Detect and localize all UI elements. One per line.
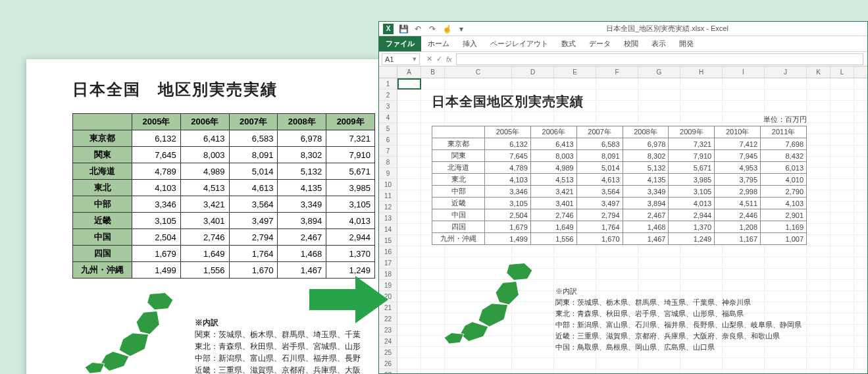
col-header[interactable]: C — [445, 67, 512, 78]
row-header[interactable]: 17 — [379, 257, 397, 269]
formula-input[interactable] — [456, 53, 863, 65]
region-cell: 中部 — [432, 186, 485, 198]
value-cell: 7,910 — [669, 150, 715, 162]
value-cell: 2,998 — [715, 186, 761, 198]
value-cell: 7,645 — [132, 147, 181, 163]
value-cell: 1,499 — [132, 262, 181, 279]
row-header[interactable]: 13 — [379, 213, 397, 224]
breakdown-line: 近畿：三重県、滋賀県、京都府、兵庫県、大阪 — [195, 364, 361, 374]
right-breakdown: ※内訳 関東：茨城県、栃木県、群馬県、埼玉県、千葉県、神奈川県東北：青森県、秋田… — [555, 286, 802, 353]
cancel-icon[interactable]: ✕ — [426, 55, 432, 63]
row-header[interactable]: 1 — [379, 78, 397, 90]
row-header[interactable]: 5 — [379, 123, 397, 134]
qat-dropdown-icon[interactable]: ▾ — [457, 24, 466, 34]
row-header[interactable]: 14 — [379, 224, 397, 235]
ribbon-tab-0[interactable]: ファイル — [379, 36, 421, 51]
value-cell: 1,670 — [576, 233, 623, 245]
region-cell: 九州・沖縄 — [432, 233, 485, 245]
ribbon-tab-8[interactable]: 開発 — [673, 36, 700, 51]
value-cell: 8,003 — [530, 150, 576, 162]
ribbon-tab-7[interactable]: 表示 — [645, 36, 673, 51]
value-cell: 3,795 — [715, 174, 761, 186]
value-cell: 8,003 — [180, 147, 229, 163]
row-header[interactable]: 6 — [379, 134, 397, 146]
chevron-down-icon[interactable]: ▾ — [413, 55, 417, 63]
value-cell: 4,103 — [132, 180, 181, 196]
col-header[interactable]: K — [807, 67, 830, 78]
value-cell: 8,091 — [576, 150, 623, 162]
row-header[interactable]: 16 — [379, 246, 397, 257]
value-cell: 1,468 — [278, 246, 326, 262]
value-cell: 2,794 — [576, 209, 623, 221]
value-cell: 7,321 — [669, 138, 715, 150]
region-cell: 中部 — [73, 196, 132, 213]
redo-icon[interactable]: ↷ — [428, 24, 437, 34]
row-header[interactable]: 10 — [379, 179, 397, 190]
col-header[interactable]: H — [680, 67, 723, 78]
value-cell: 6,132 — [485, 138, 531, 150]
undo-icon[interactable]: ↶ — [413, 24, 422, 34]
value-cell: 8,302 — [623, 150, 669, 162]
row-header[interactable]: 7 — [379, 146, 397, 157]
row-header[interactable]: 27 — [379, 369, 397, 374]
enter-icon[interactable]: ✓ — [436, 55, 442, 63]
value-cell: 4,013 — [326, 213, 375, 229]
row-header[interactable]: 8 — [379, 157, 397, 168]
col-header[interactable]: I — [723, 67, 765, 78]
value-cell: 3,894 — [623, 198, 669, 209]
row-header[interactable]: 15 — [379, 235, 397, 246]
col-header[interactable]: D — [512, 67, 554, 78]
ribbon-tab-2[interactable]: 挿入 — [456, 36, 484, 51]
value-cell: 6,013 — [761, 162, 807, 174]
value-cell: 5,014 — [576, 162, 623, 174]
spreadsheet-grid[interactable]: ABCDEFGHIJKL 123456789101112131415161718… — [379, 67, 867, 374]
year-header: 2007年 — [576, 126, 623, 138]
row-header[interactable]: 2 — [379, 90, 397, 101]
ribbon-tab-4[interactable]: 数式 — [555, 36, 582, 51]
year-header: 2006年 — [530, 126, 576, 138]
row-header[interactable]: 24 — [379, 336, 397, 347]
ribbon-tab-3[interactable]: ページレイアウト — [484, 36, 555, 51]
value-cell: 1,169 — [761, 221, 807, 233]
table-row: 中部3,3463,4213,5643,3493,105 — [73, 196, 375, 213]
unit-label: 単位：百万円 — [432, 115, 807, 124]
col-header[interactable]: B — [421, 67, 445, 78]
value-cell: 6,413 — [530, 138, 576, 150]
breakdown-line: 東北：青森県、秋田県、岩手県、宮城県、山形 — [195, 340, 361, 352]
save-icon[interactable]: 💾 — [399, 24, 408, 34]
ribbon-tab-5[interactable]: データ — [582, 36, 617, 51]
row-header[interactable]: 25 — [379, 347, 397, 358]
value-cell: 3,105 — [669, 186, 715, 198]
name-box[interactable]: A1 ▾ — [382, 53, 420, 65]
value-cell: 6,583 — [229, 130, 278, 147]
ribbon-tab-6[interactable]: 校閲 — [617, 36, 645, 51]
value-cell: 4,789 — [485, 162, 531, 174]
col-header[interactable]: A — [397, 67, 421, 78]
touch-icon[interactable]: ☝ — [442, 24, 451, 34]
row-header[interactable]: 12 — [379, 201, 397, 213]
col-header[interactable]: G — [638, 67, 680, 78]
row-header[interactable]: 23 — [379, 325, 397, 336]
year-header: 2005年 — [132, 114, 181, 130]
value-cell: 4,135 — [278, 180, 326, 196]
col-header[interactable]: E — [554, 67, 596, 78]
ribbon-tab-1[interactable]: ホーム — [421, 36, 456, 51]
col-header[interactable]: J — [765, 67, 807, 78]
col-header[interactable]: L — [830, 67, 854, 78]
value-cell: 6,978 — [623, 138, 669, 150]
value-cell: 5,132 — [278, 163, 326, 180]
value-cell: 7,412 — [715, 138, 761, 150]
select-all-corner[interactable] — [379, 67, 397, 78]
table-row: 九州・沖縄1,4991,5561,6701,4671,2491,1671,007 — [432, 233, 807, 245]
fx-icon[interactable]: fx — [446, 55, 452, 63]
value-cell: 2,944 — [326, 229, 375, 246]
row-header[interactable]: 11 — [379, 190, 397, 201]
value-cell: 3,105 — [326, 196, 375, 213]
col-header[interactable]: F — [596, 67, 638, 78]
row-header[interactable]: 26 — [379, 358, 397, 369]
row-header[interactable]: 3 — [379, 101, 397, 112]
value-cell: 2,504 — [132, 229, 181, 246]
row-header[interactable]: 9 — [379, 168, 397, 179]
row-header[interactable]: 4 — [379, 112, 397, 123]
value-cell: 1,468 — [623, 221, 669, 233]
